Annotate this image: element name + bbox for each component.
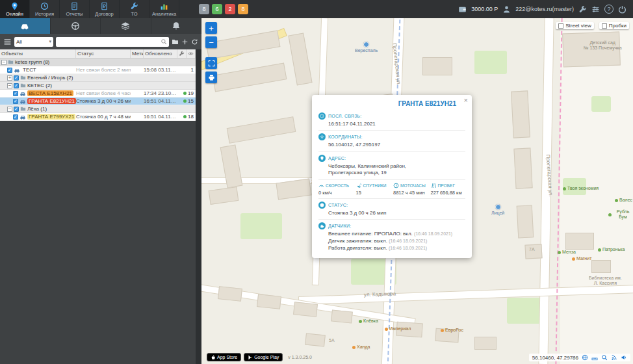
close-icon[interactable]: ×	[464, 97, 468, 104]
counter-badge-3[interactable]: 8	[238, 4, 248, 14]
unit-name: ГРАНТА Е799УХ21	[27, 114, 75, 120]
unit-updated: 15:08 03.11…	[144, 67, 177, 73]
group-checkbox[interactable]: ✓	[14, 83, 19, 88]
column-status[interactable]: Статус	[76, 49, 131, 58]
search-input[interactable]	[56, 37, 169, 47]
unit-row[interactable]: ✓ВЕСТА Е158ХН21Нет связи более 4 часов17…	[0, 90, 196, 98]
group-checkbox[interactable]: ✓	[14, 107, 19, 112]
status-badges: 8628	[199, 0, 248, 18]
wrench-icon	[179, 51, 185, 57]
tree-toggle[interactable]: −	[7, 107, 12, 112]
measure-button[interactable]	[205, 57, 217, 69]
tab-reports[interactable]: Отчеты	[60, 0, 90, 18]
sidebar-tab-geofences[interactable]	[101, 18, 151, 34]
counter-badge-1[interactable]: 6	[212, 4, 222, 14]
overlay-toggle-1[interactable]: Пробки	[599, 22, 629, 29]
map-green	[474, 51, 507, 74]
unit-row[interactable]: ✓ГРАНТА Е799УХ21Стоянка 00 д 7 ч 48 мин1…	[0, 113, 196, 121]
column-tags[interactable]: Метки	[131, 49, 144, 58]
counter-badge-2[interactable]: 2	[225, 4, 235, 14]
map-controls: +−	[205, 22, 217, 83]
unit-checkbox[interactable]: ✓	[13, 99, 18, 104]
measure-icon[interactable]	[591, 354, 598, 361]
tab-contract[interactable]: Договор	[90, 0, 120, 18]
appstore-badge[interactable]: App Store	[207, 353, 241, 361]
sidebar-tab-notifications[interactable]	[151, 18, 202, 34]
tools-icon[interactable]	[591, 5, 600, 14]
group-checkbox[interactable]: ✓	[14, 75, 19, 81]
map-overlay-toggles: Street viewПробки	[556, 22, 629, 29]
logout-icon[interactable]	[618, 5, 627, 14]
stat-clock: МОТОЧАСЫ8812 ч 45 мин	[393, 183, 428, 196]
tab-online[interactable]: Онлайн	[0, 0, 30, 18]
info-icon	[318, 202, 326, 209]
zoom-out-button[interactable]: −	[205, 36, 217, 48]
map-building	[293, 302, 318, 317]
tree-toggle[interactable]: −	[1, 60, 6, 65]
group-row[interactable]: +✓Евгений / Игорь (2)	[0, 74, 196, 82]
refresh-icon[interactable]	[191, 38, 198, 46]
group-row[interactable]: −ketes групп (8)	[0, 58, 196, 66]
help-icon[interactable]: ?	[604, 5, 614, 14]
tree-toggle[interactable]: −	[7, 83, 12, 88]
filter-select[interactable]: All ▾	[14, 37, 53, 47]
wheel-icon	[71, 21, 80, 31]
map-green	[240, 213, 282, 239]
sidebar-tab-drivers[interactable]	[51, 18, 101, 34]
sidebar-tab-units[interactable]	[0, 18, 51, 34]
column-sensors[interactable]	[177, 49, 187, 58]
doc-icon	[70, 2, 79, 10]
car-icon	[14, 67, 20, 73]
unit-checkbox[interactable]: ✓	[13, 114, 18, 120]
column-objects[interactable]: Объекты	[0, 49, 76, 58]
unit-updated: 16:51 04.11…	[144, 114, 177, 120]
sound-icon[interactable]	[621, 354, 627, 361]
add-icon[interactable]	[181, 38, 188, 46]
overlay-toggle-0[interactable]: Street view	[556, 22, 594, 29]
unit-satellites: 19	[177, 90, 196, 96]
folder-icon[interactable]	[172, 38, 179, 46]
chart-icon	[160, 2, 168, 10]
unit-checkbox[interactable]: ✓	[7, 68, 12, 73]
tab-analytics[interactable]: Аналитика	[149, 0, 179, 18]
zoom-in-button[interactable]: +	[205, 22, 217, 34]
popup-status: СТАТУС: Стоянка 3 д 00 ч 26 мин	[318, 198, 465, 219]
counter-badge-0[interactable]: 8	[199, 4, 209, 14]
group-row[interactable]: −✓Лёха (1)	[0, 105, 196, 113]
satellite-count: 18	[188, 114, 194, 120]
unit-row[interactable]: ✓ГРАНТА Е821УН21Стоянка 3 д 00 ч 26 мин1…	[0, 98, 196, 105]
stat-satellite: СПУТНИКИ15	[356, 183, 391, 196]
checkbox-icon	[602, 23, 607, 29]
tab-history[interactable]: История	[30, 0, 60, 18]
traffic-icon[interactable]	[611, 354, 617, 361]
layers-icon[interactable]	[582, 354, 588, 361]
print-button[interactable]	[205, 72, 217, 83]
tree-toggle[interactable]: +	[7, 75, 12, 81]
map-building	[524, 244, 542, 259]
connection-dot	[183, 115, 187, 118]
clock-icon	[393, 183, 399, 188]
menu-icon[interactable]	[3, 38, 12, 46]
settings-icon[interactable]	[578, 5, 587, 14]
main-area: All ▾ Объекты Статус Метки Обновлено	[0, 18, 633, 364]
folder-icon	[20, 83, 26, 88]
folder-icon	[20, 75, 26, 81]
unit-checkbox[interactable]: ✓	[13, 91, 18, 96]
map[interactable]: Пролетарская ул.Пролетарская ул.ул. Шуми…	[201, 18, 633, 364]
popup-address: АДРЕС: Чебоксары, Калининский район, Про…	[318, 151, 465, 179]
unit-updated: 16:51 04.11…	[144, 98, 177, 104]
group-row[interactable]: −✓КЕТЕС (2)	[0, 82, 196, 90]
googleplay-badge[interactable]: Google Play	[244, 353, 283, 361]
unit-row[interactable]: ✓ТЕСТНет связи более 2 мин15:08 03.11…1	[0, 66, 196, 74]
tab-maintenance[interactable]: ТО	[120, 0, 149, 18]
map-search-icon[interactable]	[601, 354, 608, 361]
sidebar-tabs	[0, 18, 201, 34]
map-building	[513, 148, 532, 188]
column-visibility[interactable]	[187, 49, 196, 58]
chevron-down-icon: ▾	[49, 39, 51, 44]
unit-satellites: 18	[177, 114, 196, 120]
map-building	[305, 333, 326, 346]
user-account[interactable]: 222@kotes.ru(master)	[515, 6, 574, 12]
column-updated[interactable]: Обновлено	[144, 49, 177, 58]
printer-icon	[208, 74, 215, 81]
